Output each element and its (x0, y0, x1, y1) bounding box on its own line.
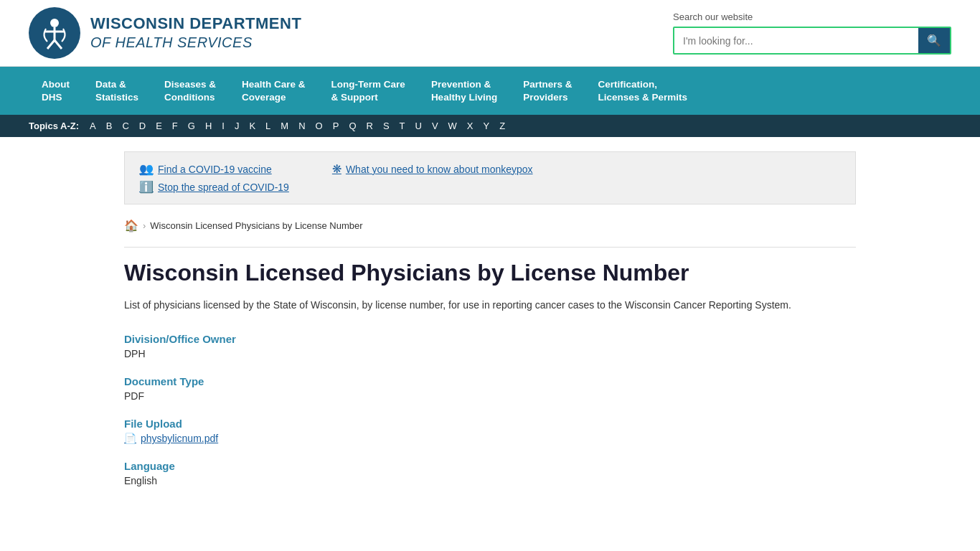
covid-spread-text: Stop the spread of COVID-19 (158, 182, 289, 193)
topics-bar: Topics A-Z: ABCDEFGHIJKLMNOPQRSTUVWXYZ (0, 115, 980, 137)
content-wrap: 👥 Find a COVID-19 vaccine ℹ️ Stop the sp… (95, 137, 885, 517)
nav-link-healthcare[interactable]: Health Care &Coverage (229, 67, 319, 115)
breadcrumb-separator: › (143, 220, 146, 231)
topic-letter-y[interactable]: Y (480, 119, 494, 133)
alert-col-right: ❋ What you need to know about monkeypox (332, 162, 533, 194)
topic-letter-o[interactable]: O (312, 119, 326, 133)
main-nav: AboutDHS Data &Statistics Diseases &Cond… (0, 67, 980, 115)
topic-letter-t[interactable]: T (396, 119, 409, 133)
home-icon: 🏠 (124, 220, 138, 232)
svg-point-0 (50, 19, 59, 27)
topic-letter-z[interactable]: Z (496, 119, 509, 133)
nav-link-about[interactable]: AboutDHS (29, 67, 83, 115)
topic-letter-i[interactable]: I (218, 119, 228, 133)
topic-letter-n[interactable]: N (295, 119, 308, 133)
topics-links: ABCDEFGHIJKLMNOPQRSTUVWXYZ (86, 119, 509, 133)
topic-letter-r[interactable]: R (363, 119, 377, 133)
monkeypox-text: What you need to know about monkeypox (346, 164, 533, 175)
topic-letter-s[interactable]: S (380, 119, 393, 133)
search-area: Search our website 🔍 (673, 11, 951, 55)
topic-letter-d[interactable]: D (136, 119, 149, 133)
language-section: Language English (124, 460, 856, 486)
topic-letter-k[interactable]: K (245, 119, 259, 133)
divider (124, 247, 856, 248)
nav-item-healthcare[interactable]: Health Care &Coverage (229, 67, 319, 115)
svg-line-4 (55, 40, 62, 49)
doctype-value: PDF (124, 390, 856, 402)
topics-label: Topics A-Z: (29, 121, 79, 131)
division-label: Division/Office Owner (124, 333, 856, 345)
covid-vaccine-text: Find a COVID-19 vaccine (158, 164, 272, 175)
search-label: Search our website (673, 11, 951, 22)
nav-item-partners[interactable]: Partners &Providers (510, 67, 585, 115)
nav-item-data[interactable]: Data &Statistics (83, 67, 151, 115)
logo-area: WISCONSIN DEPARTMENT of HEALTH SERVICES (29, 7, 301, 59)
logo-icon (29, 7, 80, 59)
file-link[interactable]: 📄 physbylicnum.pdf (124, 433, 856, 444)
topic-letter-j[interactable]: J (231, 119, 243, 133)
pdf-icon: 📄 (124, 433, 136, 444)
search-box: 🔍 (673, 27, 951, 55)
alert-covid-spread[interactable]: ℹ️ Stop the spread of COVID-19 (139, 180, 289, 194)
nav-item-about[interactable]: AboutDHS (29, 67, 83, 115)
alert-col-left: 👥 Find a COVID-19 vaccine ℹ️ Stop the sp… (139, 162, 289, 194)
org-name: WISCONSIN DEPARTMENT of HEALTH SERVICES (90, 14, 301, 52)
nav-link-longterm[interactable]: Long-Term Care& Support (319, 67, 418, 115)
covid-spread-icon: ℹ️ (139, 180, 154, 194)
monkeypox-icon: ❋ (332, 162, 341, 176)
topic-letter-q[interactable]: Q (345, 119, 359, 133)
topic-letter-u[interactable]: U (412, 119, 425, 133)
alert-covid-vaccine[interactable]: 👥 Find a COVID-19 vaccine (139, 162, 289, 176)
fileupload-label: File Upload (124, 418, 856, 430)
doctype-label: Document Type (124, 375, 856, 387)
language-value: English (124, 475, 856, 486)
topic-letter-f[interactable]: F (169, 119, 182, 133)
nav-items: AboutDHS Data &Statistics Diseases &Cond… (29, 67, 951, 115)
nav-link-partners[interactable]: Partners &Providers (510, 67, 585, 115)
nav-link-data[interactable]: Data &Statistics (83, 67, 151, 115)
nav-link-diseases[interactable]: Diseases &Conditions (151, 67, 229, 115)
alert-banner: 👥 Find a COVID-19 vaccine ℹ️ Stop the sp… (124, 151, 856, 204)
nav-link-certification[interactable]: Certification,Licenses & Permits (585, 67, 700, 115)
search-input[interactable] (674, 29, 918, 52)
topic-letter-c[interactable]: C (118, 119, 132, 133)
breadcrumb-home[interactable]: 🏠 (124, 219, 138, 232)
language-label: Language (124, 460, 856, 472)
topic-letter-l[interactable]: L (262, 119, 274, 133)
svg-line-3 (47, 40, 55, 49)
topic-letter-g[interactable]: G (184, 119, 199, 133)
nav-item-prevention[interactable]: Prevention &Healthy Living (418, 67, 510, 115)
topic-letter-a[interactable]: A (86, 119, 100, 133)
nav-item-certification[interactable]: Certification,Licenses & Permits (585, 67, 700, 115)
doctype-section: Document Type PDF (124, 375, 856, 402)
nav-item-diseases[interactable]: Diseases &Conditions (151, 67, 229, 115)
page-description: List of physicians licensed by the State… (124, 298, 856, 313)
topic-letter-e[interactable]: E (152, 119, 166, 133)
topic-letter-x[interactable]: X (463, 119, 477, 133)
topic-letter-w[interactable]: W (445, 119, 461, 133)
topic-letter-m[interactable]: M (277, 119, 292, 133)
nav-item-longterm[interactable]: Long-Term Care& Support (319, 67, 418, 115)
site-header: WISCONSIN DEPARTMENT of HEALTH SERVICES … (0, 0, 980, 67)
topic-letter-h[interactable]: H (202, 119, 215, 133)
nav-link-prevention[interactable]: Prevention &Healthy Living (418, 67, 510, 115)
topic-letter-b[interactable]: B (103, 119, 116, 133)
file-name: physbylicnum.pdf (141, 433, 218, 444)
topic-letter-p[interactable]: P (329, 119, 343, 133)
division-section: Division/Office Owner DPH (124, 333, 856, 359)
search-button[interactable]: 🔍 (918, 28, 950, 53)
breadcrumb-current: Wisconsin Licensed Physicians by License… (150, 220, 362, 231)
page-title: Wisconsin Licensed Physicians by License… (124, 259, 856, 286)
fileupload-section: File Upload 📄 physbylicnum.pdf (124, 418, 856, 444)
covid-vaccine-icon: 👥 (139, 162, 154, 176)
division-value: DPH (124, 348, 856, 359)
breadcrumb: 🏠 › Wisconsin Licensed Physicians by Lic… (124, 219, 856, 232)
topic-letter-v[interactable]: V (428, 119, 442, 133)
alert-monkeypox[interactable]: ❋ What you need to know about monkeypox (332, 162, 533, 176)
